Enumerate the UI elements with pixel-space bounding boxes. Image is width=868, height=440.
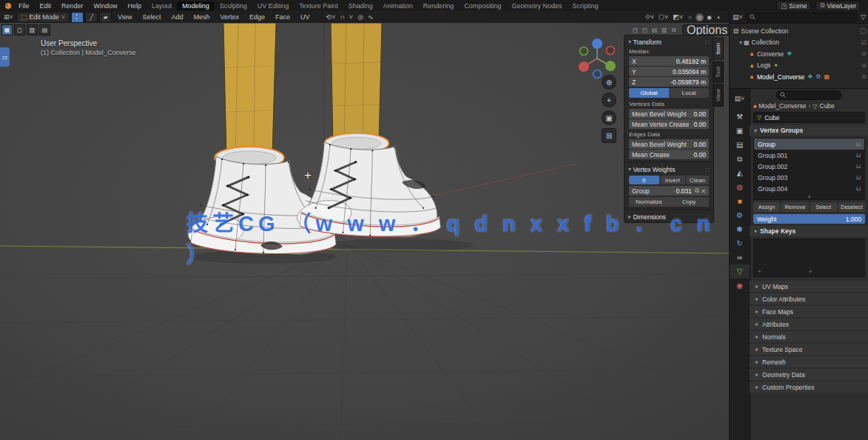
tab-rendering[interactable]: Rendering <box>418 1 460 10</box>
menu-vertex[interactable]: Vertex <box>216 13 244 21</box>
vertex-group-row[interactable]: Group.001 ⊔ <box>754 150 864 161</box>
vertex-group-row[interactable]: Group.004 ⊔ <box>754 183 864 194</box>
menu-uv[interactable]: UV <box>296 13 314 21</box>
dimensions-panel-header[interactable]: ▸ Dimensions ∷ <box>625 212 713 221</box>
snap-magnet-icon[interactable]: ∩ <box>338 13 346 21</box>
viewport-3d[interactable]: ▦ ◻ ▥ ▤ ▭ User Perspective (1) Collectio… <box>0 23 729 440</box>
mean-crease-field[interactable]: Mean Crease 0.00 <box>629 150 709 159</box>
outliner-search-input[interactable] <box>746 13 858 22</box>
lock-open-icon[interactable]: ⊔ <box>856 152 861 159</box>
tab-uv-editing[interactable]: UV Editing <box>252 1 295 10</box>
vertex-group-row[interactable]: Group.003 ⊔ <box>754 172 864 183</box>
clean-button[interactable]: Clean <box>686 176 709 184</box>
tab-output-icon[interactable]: ▤ <box>730 138 750 152</box>
weight-slider[interactable]: Weight 1.000 <box>753 214 865 224</box>
face-select-button[interactable]: ▰ <box>99 12 112 23</box>
tab-item[interactable]: Item <box>713 38 724 60</box>
mean-bevel-weight-field[interactable]: Mean Bevel Weight 0.00 <box>629 109 709 119</box>
median-x-field[interactable]: X 0.48192 m <box>629 56 709 66</box>
mode-dropdown[interactable]: ⬚ Edit Mode ˅ <box>16 12 70 23</box>
tab-geometry-nodes[interactable]: Geometry Nodes <box>506 1 567 10</box>
vertex-weight-group-row[interactable]: Group 0.031 ⧉ ✕ <box>629 186 709 196</box>
panel-normals[interactable]: ▸ Normals <box>750 331 868 342</box>
tab-physics-icon[interactable]: ↻ <box>730 236 750 250</box>
breadcrumb-data[interactable]: Cube <box>820 102 835 110</box>
tab-sculpting[interactable]: Sculpting <box>215 1 252 10</box>
gizmo-y-axis[interactable] <box>605 61 616 71</box>
normalize-button[interactable]: Normalize <box>629 197 669 207</box>
viewlayer-selector[interactable]: ⧉ ViewLayer <box>815 1 861 11</box>
tab-shading[interactable]: Shading <box>343 1 378 10</box>
tab-particles-icon[interactable]: ✽ <box>730 222 750 236</box>
tool-option-icon-2[interactable]: ▥ <box>27 24 38 36</box>
camera-view-icon[interactable]: ▣ <box>602 110 616 125</box>
vertex-index-button[interactable]: 0 <box>629 176 659 184</box>
tab-animation[interactable]: Animation <box>378 1 418 10</box>
gizmo-neg-x-axis[interactable] <box>607 47 615 55</box>
panel-texture-space[interactable]: ▸ Texture Space <box>750 344 868 355</box>
transform-panel-header[interactable]: ▾ Transform ∷ <box>625 37 713 47</box>
shape-keys-list[interactable]: + ▾ <box>753 239 865 277</box>
mirror-z-icon[interactable]: ▤ <box>650 26 659 34</box>
tab-world-icon[interactable]: ◍ <box>730 180 750 194</box>
menu-render[interactable]: Render <box>56 2 89 10</box>
select-button[interactable]: Select <box>810 202 837 212</box>
tab-modeling[interactable]: Modeling <box>177 1 215 10</box>
outliner-row-scene-collection[interactable]: ▧ Scene Collection ◯ <box>730 25 868 37</box>
tab-modifiers-icon[interactable]: ⚙ <box>730 208 750 222</box>
outliner-row-collection[interactable]: ▾ ▦ Collection ☑ <box>730 37 868 49</box>
panel-geometry-data[interactable]: ▸ Geometry Data <box>750 369 868 380</box>
scene-selector[interactable]: ◳ Scene <box>776 1 811 11</box>
panel-custom-properties[interactable]: ▸ Custom Properties <box>750 381 868 393</box>
tab-view[interactable]: View <box>713 84 724 107</box>
shading-solid-icon[interactable]: ◍ <box>696 13 704 21</box>
hide-icon[interactable]: ⊙ <box>861 73 867 80</box>
tool-option-icon-1[interactable]: ◻ <box>14 24 25 36</box>
shading-material-icon[interactable]: ◉ <box>705 13 713 21</box>
list-specials-icon[interactable]: ▾ <box>810 269 813 275</box>
filter-funnel-icon[interactable]: ▽ <box>861 13 866 21</box>
perspective-toggle-icon[interactable]: ⊞ <box>602 128 616 143</box>
shading-rendered-icon[interactable]: ◐ <box>715 13 723 21</box>
properties-editor-icon[interactable]: ▤˅ <box>730 91 750 105</box>
menu-view[interactable]: View <box>113 13 136 21</box>
right-leg-mesh[interactable] <box>331 23 382 146</box>
shading-wireframe-icon[interactable]: ○ <box>686 13 694 21</box>
hide-icon[interactable]: ⊙ <box>861 50 867 57</box>
toolbar-box-select-button[interactable]: ▭ <box>0 47 10 67</box>
move-view-icon[interactable]: + <box>602 93 616 107</box>
tool-option-icon-3[interactable]: ▤ <box>39 24 50 36</box>
vertex-weights-panel-header[interactable]: ▾ Vertex Weights ∷ <box>625 164 713 174</box>
overlays-toggle-icon[interactable]: ⬡˅ <box>657 13 670 21</box>
menu-file[interactable]: File <box>13 2 35 10</box>
options-dropdown[interactable]: Options ˅ <box>682 24 729 36</box>
snap-base-icon[interactable]: ▥ <box>660 26 668 34</box>
properties-search-input[interactable] <box>776 90 841 100</box>
tab-tool-icon[interactable]: ⚒ <box>730 110 750 124</box>
menu-edit[interactable]: Edit <box>35 2 57 10</box>
proportional-editing-icon[interactable]: ◎ <box>356 13 365 21</box>
invert-button[interactable]: Invert <box>660 176 685 184</box>
panel-attributes[interactable]: ▸ Attributes <box>750 319 868 330</box>
tab-texture-paint[interactable]: Texture Paint <box>294 1 343 10</box>
panel-remesh[interactable]: ▸ Remesh <box>750 356 868 367</box>
left-leg-mesh[interactable] <box>223 23 276 158</box>
transform-orientation-icon[interactable]: ⟲˅ <box>325 13 337 21</box>
list-specials-icon[interactable]: ▾ <box>754 194 864 199</box>
median-z-field[interactable]: Z -0.059879 m <box>629 77 709 87</box>
tab-object-icon[interactable]: ■ <box>730 194 750 208</box>
tab-constraints-icon[interactable]: ∞ <box>730 250 750 264</box>
falloff-icon[interactable]: ∿ <box>366 13 375 21</box>
vertex-group-row[interactable]: Group ⊔ <box>754 139 864 150</box>
copy-button[interactable]: Copy <box>669 197 709 207</box>
remove-button[interactable]: Remove <box>781 202 808 212</box>
menu-help[interactable]: Help <box>123 2 147 10</box>
editor-type-icon[interactable]: ⊞˅ <box>2 13 15 21</box>
mean-bevel-weight-edges-field[interactable]: Mean Bevel Weight 0.00 <box>629 139 709 149</box>
gizmo-neg-z-axis[interactable] <box>593 70 602 79</box>
correct-face-icon[interactable]: ⧉ <box>670 26 678 34</box>
median-y-field[interactable]: Y 0.035094 m <box>629 67 709 76</box>
tab-render-icon[interactable]: ▣ <box>730 124 750 138</box>
local-button[interactable]: Local <box>669 88 709 98</box>
breadcrumb-object[interactable]: Model_Converse <box>758 102 806 110</box>
